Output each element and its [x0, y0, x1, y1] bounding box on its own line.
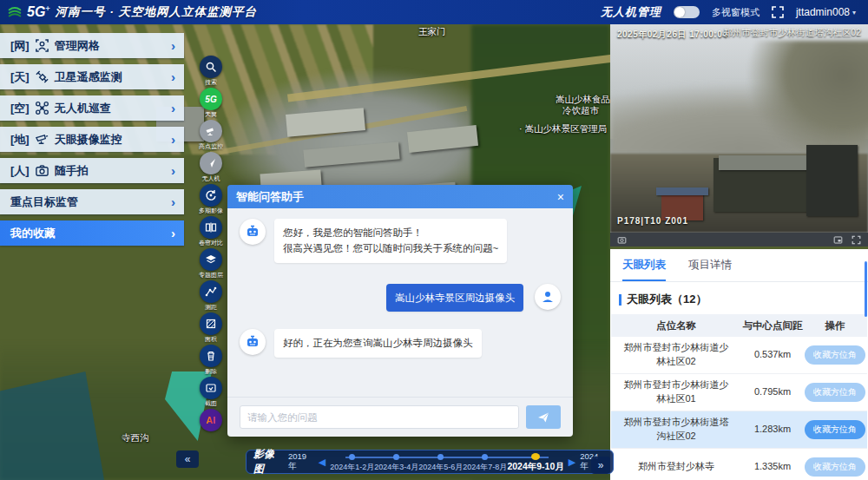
snapshot-icon[interactable]	[617, 235, 627, 245]
multi-imagery-icon	[205, 189, 217, 201]
col-distance: 与中心点间距	[741, 319, 804, 332]
distance-value: 1.335km	[741, 460, 804, 474]
favorite-azimuth-button[interactable]: 收藏方位角	[805, 420, 865, 439]
multi-period-imagery-tool[interactable]: 多期影像	[199, 184, 223, 214]
camera-icon	[35, 163, 49, 178]
map-toolbar: 搜索 5G 天翼 高点监控 无人机 多期影像 卷帘对比 专题图层 测距	[196, 56, 226, 435]
layers-icon	[205, 253, 217, 266]
timeline-dot	[437, 454, 444, 460]
sidebar-item-satellite[interactable]: [天] 卫星遥感监测 ›	[0, 64, 184, 89]
highpoint-camera-tool[interactable]: 高点监控	[199, 120, 223, 149]
delete-tool[interactable]: 删除	[200, 345, 222, 374]
grid-person-icon	[35, 38, 49, 53]
table-row[interactable]: 郑州市登封市少林街道少林社区02 0.537km 收藏方位角	[611, 337, 867, 374]
pip-icon[interactable]	[833, 235, 843, 245]
brand-5g: 5G+	[27, 4, 50, 20]
chevron-down-icon: ▾	[852, 9, 856, 16]
fullscreen-icon[interactable]	[852, 235, 861, 245]
timeline-next-icon[interactable]: ▶	[569, 457, 575, 467]
chat-footer	[227, 397, 573, 437]
timeline-prev-icon[interactable]: ◀	[319, 457, 326, 467]
satellite-icon	[35, 69, 49, 84]
tab-project-details[interactable]: 项目详情	[688, 258, 732, 281]
panel-scrollbar[interactable]	[865, 261, 867, 317]
page-title: 河南一号 · 天空地网人立体监测平台	[56, 4, 258, 20]
timeline-stop[interactable]: 2024年5-6月	[418, 450, 463, 473]
uav-management-label[interactable]: 无人机管理	[601, 4, 661, 20]
distance-value: 1.283km	[741, 423, 804, 437]
screenshot-tool[interactable]: 截图	[200, 377, 222, 406]
ai-icon: AI	[207, 415, 216, 425]
sidebar-item-grid[interactable]: [网] 管理网格 ›	[0, 33, 184, 58]
thematic-layers-tool[interactable]: 专题图层	[199, 248, 223, 278]
map-label-shop: 嵩山少林食品	[556, 94, 610, 106]
site-name: 郑州市登封市少林街道少林社区02	[611, 341, 741, 369]
swipe-compare-tool[interactable]: 卷帘对比	[199, 216, 223, 246]
timeline-stop[interactable]: 2024年7-8月	[463, 450, 507, 473]
measure-area-tool[interactable]: 面积	[200, 312, 222, 342]
map-label-admin: · 嵩山少林景区管理局	[519, 123, 607, 135]
favorite-azimuth-button[interactable]: 收藏方位角	[805, 383, 865, 402]
message-bubble: 好的，正在为您查询嵩山少林寺周边摄像头	[274, 329, 482, 357]
site-name: 郑州市登封市少林街道塔沟社区02	[611, 416, 741, 444]
table-row[interactable]: 郑州市登封市少林街道少林社区01 0.795km 收藏方位角	[611, 374, 867, 411]
fullscreen-icon[interactable]	[772, 6, 784, 18]
sidebar-item-cctv[interactable]: [地] 天眼摄像监控 ›	[0, 127, 184, 152]
timeline-stop[interactable]: 2024年9-10月	[507, 450, 563, 473]
chat-input[interactable]	[240, 405, 519, 429]
cctv-icon	[35, 132, 49, 147]
timeline-start-year: 2019年	[288, 451, 314, 472]
sidebar-item-favorites[interactable]: 我的收藏 ›	[0, 220, 184, 246]
sidebar-item-snapshot[interactable]: [人] 随手拍 ›	[0, 158, 184, 183]
live-video-feed[interactable]: 2025年02月26日 17:00:04 郑州市登封市少林街道塔沟社区02 P1…	[610, 24, 868, 233]
bot-avatar	[240, 219, 266, 245]
video-hill	[744, 41, 868, 155]
imagery-timeline: 影像图 2019年 ◀ 2024年1-2月 2024年3-4月 2024年5-6…	[246, 450, 614, 474]
video-roof	[719, 155, 817, 170]
timeline-stops: 2024年1-2月 2024年3-4月 2024年5-6月 2024年7-8月	[330, 450, 564, 473]
tab-skyeye-list[interactable]: 天眼列表	[622, 258, 666, 281]
ai-assistant-tool[interactable]: AI	[200, 409, 222, 432]
bot-message: 您好，我是您的智能问答助手！ 很高兴遇见您！您可以随时问我关于系统的问题~	[240, 219, 561, 263]
chevron-right-icon: ›	[171, 163, 175, 178]
timeline-stop[interactable]: 2024年1-2月	[330, 450, 374, 473]
5g-tool[interactable]: 5G 天翼	[200, 88, 222, 117]
distance-value: 0.795km	[741, 385, 804, 399]
message-bubble: 您好，我是您的智能问答助手！ 很高兴遇见您！您可以随时问我关于系统的问题~	[274, 219, 507, 263]
favorite-azimuth-button[interactable]: 收藏方位角	[805, 345, 865, 365]
favorite-azimuth-button[interactable]: 收藏方位角	[805, 457, 865, 477]
search-tool[interactable]: 搜索	[200, 56, 222, 85]
sidebar-item-label: 无人机巡查	[55, 101, 111, 116]
chevron-right-icon: ›	[171, 101, 175, 115]
sidebar-item-label: 管理网格	[55, 38, 100, 54]
panel-tabs: 天眼列表 项目详情	[610, 249, 868, 282]
chevron-right-icon: ›	[171, 38, 175, 53]
expand-panel-button[interactable]: »	[591, 457, 610, 474]
map-label-shop2: 冷饮超市	[562, 105, 599, 117]
qa-assistant-dialog: 智能问答助手 × 您好，我是您的智能问答助手！ 很高兴遇见您！您可以随时问我关于…	[227, 185, 573, 437]
camera-list-panel: 天眼列表 项目详情 天眼列表（12） 点位名称 与中心点间距 操作 郑州市登封市…	[610, 249, 868, 480]
send-button[interactable]	[526, 405, 561, 429]
user-message: 嵩山少林寺景区周边摄像头	[240, 284, 561, 312]
bot-message: 好的，正在为您查询嵩山少林寺周边摄像头	[240, 329, 561, 357]
timeline-dot	[349, 454, 355, 460]
timeline-stop[interactable]: 2024年3-4月	[374, 450, 418, 473]
drone-tool[interactable]: 无人机	[200, 152, 222, 181]
table-row[interactable]: 郑州市登封市少林街道塔沟社区02 1.283km 收藏方位角	[611, 411, 867, 449]
user-menu[interactable]: jttadmin008 ▾	[796, 6, 856, 18]
sidebar-item-drone[interactable]: [空] 无人机巡查 ›	[0, 95, 184, 121]
measure-area-icon	[205, 318, 217, 330]
video-roof	[656, 187, 707, 194]
robot-icon	[244, 223, 261, 240]
collapse-sidebar-button[interactable]: «	[176, 450, 199, 468]
table-body: 郑州市登封市少林街道少林社区02 0.537km 收藏方位角 郑州市登封市少林街…	[610, 337, 868, 480]
table-row[interactable]: 郑州市登封少林寺 1.335km 收藏方位角	[611, 449, 867, 480]
video-camera-name: 郑州市登封市少林街道塔沟社区02	[723, 27, 861, 39]
multiview-toggle[interactable]	[674, 6, 700, 18]
app-root: 王家门 嵩山少林食品 冷饮超市 · 嵩山少林景区管理局 寺西沟 5G+ 河南一号…	[0, 0, 868, 480]
sidebar-item-key-targets[interactable]: 重点目标监管 ›	[0, 189, 184, 214]
measure-distance-tool[interactable]: 测距	[200, 280, 222, 310]
col-site-name: 点位名称	[611, 319, 741, 332]
dialog-header: 智能问答助手 ×	[227, 185, 573, 208]
close-icon[interactable]: ×	[557, 191, 564, 203]
